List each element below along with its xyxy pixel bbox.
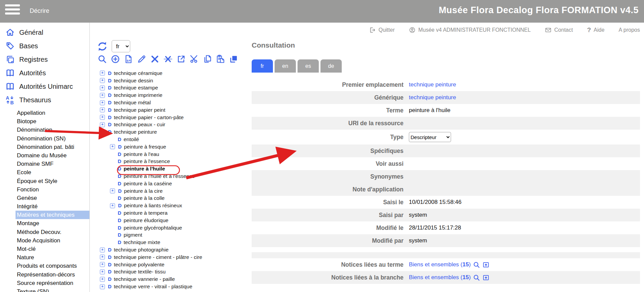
tree-node-technique-vannerie-paille[interactable]: technique vannerie - paille — [114, 276, 175, 282]
tree-node-entoile[interactable]: entoilé — [123, 136, 139, 142]
expand-icon[interactable]: + — [110, 203, 115, 208]
sidebar-item-registres[interactable]: Registres — [0, 53, 89, 66]
thesaurus-item-mot-cle[interactable]: Mot-clé — [16, 245, 89, 253]
thesaurus-item-produits-et-composants[interactable]: Produits et composants — [16, 262, 89, 270]
thesaurus-item-representation-decors[interactable]: Représentation-décors — [16, 270, 89, 279]
open-window-icon[interactable] — [482, 274, 489, 281]
add-button[interactable] — [111, 54, 120, 64]
sidebar-item-bases[interactable]: Bases — [0, 39, 89, 53]
delete-button[interactable] — [150, 54, 160, 64]
thesaurus-item-epoque-et-style[interactable]: Époque et Style — [16, 177, 89, 185]
thesaurus-item-texture-sn[interactable]: Texture (SN) — [16, 287, 89, 292]
tree-node-peinture-a-l-essence[interactable]: peinture à l'essence — [123, 158, 170, 164]
expand-icon[interactable]: + — [100, 277, 105, 282]
expand-icon[interactable]: + — [100, 269, 105, 274]
tree-node-pigment[interactable]: pigment — [123, 232, 142, 238]
move-button[interactable] — [176, 54, 186, 64]
expand-icon[interactable]: + — [100, 107, 105, 112]
expand-icon[interactable]: + — [100, 78, 105, 83]
search-icon[interactable] — [473, 274, 480, 281]
thesaurus-item-domaine-du-musee[interactable]: Domaine du Musée — [16, 151, 89, 160]
sidebar-item-autorites[interactable]: Autorités — [0, 66, 89, 80]
hamburger-menu-icon[interactable] — [5, 4, 20, 18]
thesaurus-item-genese[interactable]: Genèse — [16, 194, 89, 202]
tree-node-technique-photographie[interactable]: technique photographie — [114, 247, 168, 253]
thesaurus-item-fonction[interactable]: Fonction — [16, 185, 89, 194]
thesaurus-item-domaine-smf[interactable]: Domaine SMF — [16, 160, 89, 168]
thesaurus-item-methode-decouv[interactable]: Méthode Decouv. — [16, 228, 89, 236]
tree-node-peinture-a-tempera[interactable]: peinture à tempera — [123, 210, 167, 216]
tab-fr[interactable]: fr — [252, 59, 273, 73]
tree-node-technique-polyvalente[interactable]: technique polyvalente — [114, 262, 164, 268]
tree-node-technique-mixte[interactable]: technique mixte — [123, 239, 160, 245]
delete-branch-button[interactable] — [163, 54, 173, 64]
expand-icon[interactable]: + — [100, 122, 105, 127]
sidebar-item-autorites-unimarc[interactable]: Autorités Unimarc — [0, 80, 89, 93]
sidebar-item-thesaurus[interactable]: Thesaurus — [0, 93, 89, 107]
paste-button[interactable] — [216, 54, 225, 64]
type-select[interactable]: Descripteur — [409, 132, 451, 142]
thesaurus-item-integrite[interactable]: Intégrité — [16, 202, 89, 211]
tree-node-technique-peinture[interactable]: technique peinture — [114, 129, 157, 135]
collapse-icon[interactable]: − — [100, 130, 105, 135]
tree-node-technique-dessin[interactable]: technique dessin — [114, 78, 153, 84]
tree-node-technique-papier-peint[interactable]: technique papier peint — [114, 107, 165, 113]
tree-node-peinture-a-la-colle[interactable]: peinture à la colle — [123, 195, 165, 201]
thesaurus-item-montage[interactable]: Montage — [16, 219, 89, 228]
tree-node-peinture-glycerophtalique[interactable]: peinture glycérophtalique — [123, 225, 182, 231]
duplicate-button[interactable] — [229, 54, 239, 64]
thesaurus-item-nature[interactable]: Nature — [16, 253, 89, 262]
tab-de[interactable]: de — [320, 59, 342, 73]
tree-node-technique-metal[interactable]: technique métal — [114, 100, 150, 106]
tree-node-technique-papier-carton-pate[interactable]: technique papier - carton-pâte — [114, 114, 184, 121]
expand-icon[interactable]: + — [100, 100, 105, 105]
quit-link[interactable]: Quitter — [369, 27, 395, 33]
thesaurus-item-denomination[interactable]: Dénomination — [16, 126, 89, 134]
contact-link[interactable]: Contact — [545, 27, 573, 33]
tree-language-select[interactable]: fr — [112, 40, 130, 52]
add-descriptor-button[interactable] — [124, 54, 133, 64]
tab-es[interactable]: es — [298, 59, 319, 73]
edit-button[interactable] — [137, 54, 146, 64]
thesaurus-item-denomination-sn[interactable]: Dénomination (SN) — [16, 134, 89, 143]
search-button[interactable] — [97, 54, 107, 64]
expand-icon[interactable]: + — [100, 85, 105, 90]
tree-node-technique-textile-tissu[interactable]: technique textile- tissu — [114, 269, 165, 275]
notices-link[interactable]: Biens et ensembles (15) — [409, 261, 471, 268]
tree-node-technique-pierre-ciment-platre-cire[interactable]: technique pierre - ciment - plâtre - cir… — [114, 254, 202, 260]
sidebar-item-general[interactable]: Général — [0, 26, 89, 39]
tree-node-peinture-a-l-eau[interactable]: peinture à l'eau — [123, 151, 159, 157]
value-link[interactable]: technique peinture — [409, 94, 456, 101]
thesaurus-item-mode-acquisition[interactable]: Mode Acquisition — [16, 236, 89, 245]
expand-icon[interactable]: + — [100, 93, 105, 98]
thesaurus-item-appellation[interactable]: Appellation — [16, 109, 89, 117]
thesaurus-item-source-representation[interactable]: Source représentation — [16, 279, 89, 287]
expand-icon[interactable]: + — [100, 115, 105, 120]
tree-node-technique-verre-vitrail-plastique[interactable]: technique verre - vitrail - plastique — [114, 284, 192, 290]
open-window-icon[interactable] — [482, 261, 489, 268]
tree-node-peinture-a-liants-resineux[interactable]: peinture à liants résineux — [124, 203, 182, 209]
value-link[interactable]: technique peinture — [409, 81, 456, 88]
tree-node-technique-ceramique[interactable]: technique céramique — [114, 70, 162, 76]
expand-icon[interactable]: + — [100, 262, 105, 267]
tab-en[interactable]: en — [275, 59, 296, 73]
tree-node-technique-imprimerie[interactable]: technique imprimerie — [114, 92, 162, 98]
tree-node-peinture-a-fresque[interactable]: peinture à fresque — [124, 144, 166, 150]
help-link[interactable]: ? Aide — [587, 26, 605, 34]
tree-node-peinture-a-l-huile-et-a-l-essence[interactable]: peinture à l'huile et à l'essence — [123, 173, 195, 179]
notices-link[interactable]: Biens et ensembles (15) — [409, 274, 471, 281]
expand-icon[interactable]: + — [100, 284, 105, 289]
tree-node-peinture-eludorique[interactable]: peinture éludorique — [123, 217, 168, 223]
tree-node-peinture-a-la-caseine[interactable]: peinture à la caséine — [123, 181, 172, 187]
copy-button[interactable] — [203, 54, 212, 64]
expand-icon[interactable]: + — [100, 255, 105, 260]
tree-node-technique-estampe[interactable]: technique estampe — [114, 85, 158, 91]
tree-node-peinture-a-la-cire[interactable]: peinture à la cire — [124, 188, 163, 194]
expand-icon[interactable]: + — [110, 144, 115, 149]
thesaurus-item-ecole[interactable]: Ecole — [16, 168, 89, 177]
expand-icon[interactable]: + — [100, 247, 105, 253]
tree-node-peinture-a-l-huile[interactable]: peinture à l'huile — [123, 166, 165, 172]
expand-icon[interactable]: + — [110, 188, 115, 193]
thesaurus-item-denomination-pat-bati[interactable]: Dénomination pat. bâti — [16, 143, 89, 151]
thesaurus-item-biotope[interactable]: Biotope — [16, 117, 89, 126]
